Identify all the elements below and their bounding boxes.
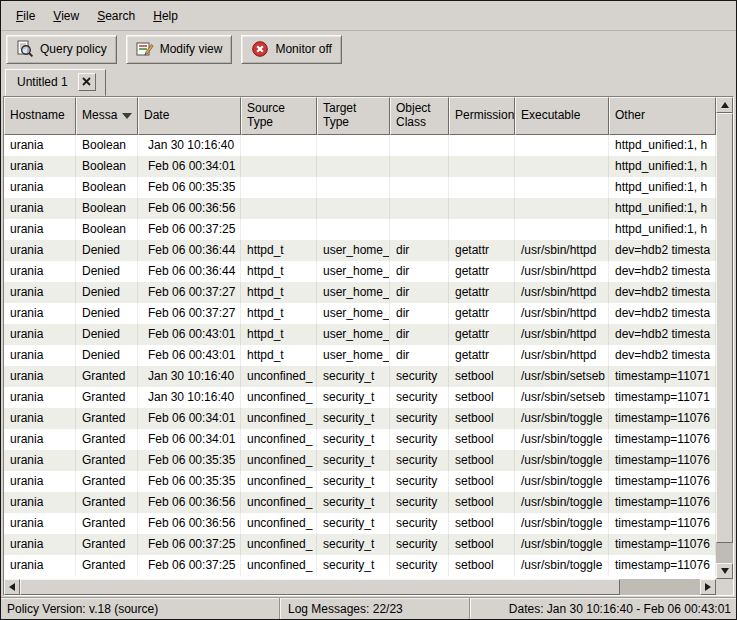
table-row[interactable]: uraniaDeniedFeb 06 00:37:27httpd_tuser_h…	[4, 282, 716, 303]
column-header-label: Hostname	[10, 109, 65, 123]
table-cell	[515, 135, 609, 156]
table-cell: security_t	[317, 555, 390, 576]
table-cell: urania	[4, 177, 76, 198]
table-row[interactable]: uraniaGrantedFeb 06 00:34:01unconfined_s…	[4, 429, 716, 450]
table-row[interactable]: uraniaGrantedFeb 06 00:36:56unconfined_s…	[4, 492, 716, 513]
table-row[interactable]: uraniaDeniedFeb 06 00:36:44httpd_tuser_h…	[4, 261, 716, 282]
column-header-permission[interactable]: Permission	[449, 97, 515, 135]
table-cell: user_home_	[317, 261, 390, 282]
table-cell	[241, 198, 317, 219]
table-cell: setbool	[449, 534, 515, 555]
column-header-date[interactable]: Date	[138, 97, 241, 135]
table-cell	[390, 219, 449, 240]
table-row[interactable]: uraniaGrantedFeb 06 00:36:56unconfined_s…	[4, 513, 716, 534]
column-header-target-type[interactable]: Target Type	[317, 97, 390, 135]
table-cell: Jan 30 10:16:40	[138, 387, 241, 408]
table-cell: /usr/sbin/toggle	[515, 408, 609, 429]
vertical-scrollbar[interactable]	[716, 97, 733, 579]
table-cell: setbool	[449, 492, 515, 513]
table-cell: dir	[390, 345, 449, 366]
table-cell: Feb 06 00:37:27	[138, 303, 241, 324]
scroll-up-button[interactable]	[716, 97, 733, 113]
horizontal-scrollbar[interactable]	[4, 579, 716, 595]
table-cell: Feb 06 00:43:01	[138, 345, 241, 366]
table-cell: urania	[4, 492, 76, 513]
table-cell: unconfined_	[241, 534, 317, 555]
table-row[interactable]: uraniaGrantedFeb 06 00:35:35unconfined_s…	[4, 471, 716, 492]
menu-help[interactable]: Help	[144, 4, 187, 28]
table-cell: httpd_unified:1, h	[609, 135, 716, 156]
table-row[interactable]: uraniaGrantedFeb 06 00:35:35unconfined_s…	[4, 450, 716, 471]
column-header-label: Date	[144, 109, 169, 123]
table-cell: urania	[4, 555, 76, 576]
table-cell: Boolean	[76, 135, 138, 156]
table-cell: security	[390, 387, 449, 408]
table-row[interactable]: uraniaBooleanFeb 06 00:35:35httpd_unifie…	[4, 177, 716, 198]
table-cell: httpd_t	[241, 282, 317, 303]
menu-view[interactable]: View	[44, 4, 88, 28]
menu-help-label: Help	[153, 9, 178, 23]
table-row[interactable]: uraniaGrantedFeb 06 00:37:25unconfined_s…	[4, 534, 716, 555]
monitor-off-button[interactable]: Monitor off	[241, 35, 341, 64]
table-cell: Granted	[76, 429, 138, 450]
column-header-hostname[interactable]: Hostname	[4, 97, 76, 135]
table-cell: dir	[390, 240, 449, 261]
column-header-other[interactable]: Other	[609, 97, 716, 135]
table-row[interactable]: uraniaGrantedJan 30 10:16:40unconfined_s…	[4, 366, 716, 387]
table-cell	[317, 135, 390, 156]
table-cell: Feb 06 00:37:27	[138, 282, 241, 303]
query-policy-button[interactable]: Query policy	[6, 35, 117, 64]
table-cell: getattr	[449, 282, 515, 303]
table-cell: Granted	[76, 534, 138, 555]
table-cell: urania	[4, 261, 76, 282]
table-row[interactable]: uraniaBooleanFeb 06 00:34:01httpd_unifie…	[4, 156, 716, 177]
table-cell: httpd_t	[241, 261, 317, 282]
table-cell	[317, 156, 390, 177]
table-cell: setbool	[449, 429, 515, 450]
scroll-down-button[interactable]	[716, 563, 733, 579]
table-cell: security	[390, 555, 449, 576]
statusbar-log-messages: Log Messages: 22/23	[279, 598, 469, 619]
menu-file[interactable]: File	[7, 4, 44, 28]
tab-untitled-1[interactable]: Untitled 1	[5, 69, 106, 96]
close-x-icon	[82, 75, 91, 89]
table-row[interactable]: uraniaBooleanJan 30 10:16:40httpd_unifie…	[4, 135, 716, 156]
table-cell: Feb 06 00:35:35	[138, 450, 241, 471]
table-row[interactable]: uraniaDeniedFeb 06 00:36:44httpd_tuser_h…	[4, 240, 716, 261]
table-row[interactable]: uraniaGrantedFeb 06 00:34:01unconfined_s…	[4, 408, 716, 429]
table-cell: getattr	[449, 261, 515, 282]
table-row[interactable]: uraniaGrantedFeb 06 00:37:25unconfined_s…	[4, 555, 716, 576]
table-row[interactable]: uraniaGrantedJan 30 10:16:40unconfined_s…	[4, 387, 716, 408]
table-row[interactable]: uraniaDeniedFeb 06 00:43:01httpd_tuser_h…	[4, 324, 716, 345]
modify-view-button[interactable]: Modify view	[126, 35, 233, 64]
table-cell: timestamp=11071	[609, 387, 716, 408]
table-cell: user_home_	[317, 303, 390, 324]
scroll-left-button[interactable]	[4, 579, 20, 595]
table-cell: Denied	[76, 261, 138, 282]
table-row[interactable]: uraniaDeniedFeb 06 00:43:01httpd_tuser_h…	[4, 345, 716, 366]
table-cell: unconfined_	[241, 429, 317, 450]
tab-close-button[interactable]	[78, 73, 96, 91]
scroll-right-button[interactable]	[700, 579, 716, 595]
vertical-scrollbar-thumb[interactable]	[716, 113, 733, 543]
table-cell: /usr/sbin/httpd	[515, 261, 609, 282]
menu-search[interactable]: Search	[88, 4, 144, 28]
column-header-message[interactable]: Messa	[76, 97, 138, 135]
table-cell: unconfined_	[241, 471, 317, 492]
column-header-object-class[interactable]: Object Class	[390, 97, 449, 135]
table-cell: Feb 06 00:36:44	[138, 240, 241, 261]
table-header: Hostname Messa Date Source Type Target T…	[4, 97, 716, 135]
table-cell: security	[390, 366, 449, 387]
table-cell: /usr/sbin/setseb	[515, 366, 609, 387]
table-cell: urania	[4, 513, 76, 534]
table-row[interactable]: uraniaDeniedFeb 06 00:37:27httpd_tuser_h…	[4, 303, 716, 324]
table-row[interactable]: uraniaBooleanFeb 06 00:36:56httpd_unifie…	[4, 198, 716, 219]
column-header-source-type[interactable]: Source Type	[241, 97, 317, 135]
column-header-executable[interactable]: Executable	[515, 97, 609, 135]
table-cell: dev=hdb2 timesta	[609, 282, 716, 303]
table-cell: urania	[4, 198, 76, 219]
table-row[interactable]: uraniaBooleanFeb 06 00:37:25httpd_unifie…	[4, 219, 716, 240]
table-cell: setbool	[449, 450, 515, 471]
horizontal-scrollbar-thumb[interactable]	[20, 579, 620, 595]
table-cell: setbool	[449, 387, 515, 408]
